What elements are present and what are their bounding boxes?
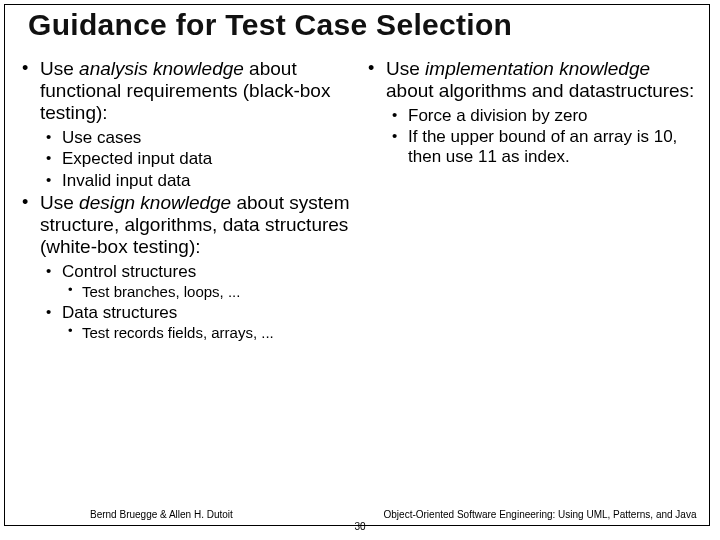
text-post: about algorithms and datastructures: [386,80,694,101]
sub-bullet: Data structures [40,303,350,323]
text-pre: Use [40,192,79,213]
right-column: Use implementation knowledge about algor… [360,58,706,500]
text-pre: Use [386,58,425,79]
bullet-implementation: Use implementation knowledge about algor… [364,58,696,102]
left-column: Use analysis knowledge about functional … [14,58,360,500]
right-bullet-list: Use implementation knowledge about algor… [364,58,696,166]
bullet-design: Use design knowledge about system struct… [18,192,350,258]
text-pre: Use [40,58,79,79]
sub-bullet: Control structures [40,262,350,282]
sub-bullet: Invalid input data [40,171,350,191]
sub-bullet: Use cases [40,128,350,148]
footer-authors: Bernd Bruegge & Allen H. Dutoit [90,509,233,520]
text-em: analysis knowledge [79,58,244,79]
text-em: design knowledge [79,192,231,213]
text-em: implementation knowledge [425,58,650,79]
subsub-bullet: Test records fields, arrays, ... [62,324,350,341]
bullet-analysis: Use analysis knowledge about functional … [18,58,350,124]
footer-booktitle: Object-Oriented Software Engineering: Us… [380,509,700,520]
sub-bullet: Expected input data [40,149,350,169]
left-bullet-list: Use analysis knowledge about functional … [18,58,350,341]
slide-title: Guidance for Test Case Selection [28,8,700,42]
sub-bullet: If the upper bound of an array is 10, th… [386,127,696,166]
sub-bullet: Force a division by zero [386,106,696,126]
footer-pagenum: 30 [300,521,420,532]
content-columns: Use analysis knowledge about functional … [14,58,706,500]
subsub-bullet: Test branches, loops, ... [62,283,350,300]
